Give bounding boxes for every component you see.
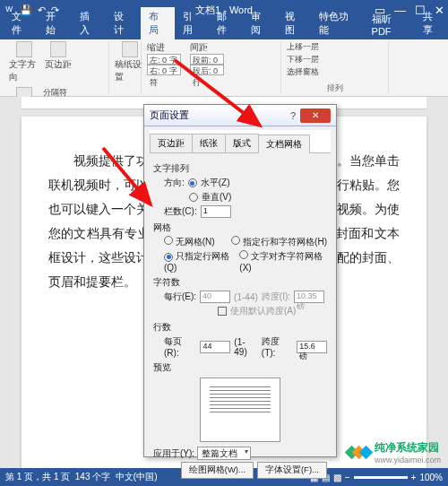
section-text-direction: 文字排列 xyxy=(153,162,327,175)
indent-right-input[interactable]: 右: 0 字符 xyxy=(147,65,181,75)
dialog-title: 页面设置 xyxy=(150,108,286,122)
send-backward-button[interactable]: 下移一层 xyxy=(287,54,319,65)
section-lines: 行数 xyxy=(153,321,327,334)
ribbon-tabs: 文件 开始 插入 设计 布局 引用 邮件 审阅 视图 特色功能 福昕PDF 共享 xyxy=(0,20,448,39)
selection-pane-button[interactable]: 选择窗格 xyxy=(287,66,319,78)
watermark: 纯净系统家园 www.yidaimei.com xyxy=(349,440,441,464)
manuscript-button[interactable]: 稿纸设置 xyxy=(115,41,145,83)
radio-chars-lines[interactable] xyxy=(231,236,240,245)
share-button[interactable]: 共享 xyxy=(416,7,448,39)
group-arrange-label: 排列 xyxy=(287,82,383,94)
status-word-count[interactable]: 143 个字 xyxy=(75,471,110,483)
section-chars: 字符数 xyxy=(153,276,327,289)
radio-no-grid[interactable] xyxy=(164,236,173,245)
columns-label: 栏数(C): xyxy=(164,205,197,218)
tab-pdf[interactable]: 福昕PDF xyxy=(364,10,416,39)
dialog-tab-grid[interactable]: 文档网格 xyxy=(258,135,310,153)
columns-input[interactable]: 1 xyxy=(201,205,231,218)
indent-left-input[interactable]: 左: 0 字符 xyxy=(147,54,181,65)
bring-forward-button[interactable]: 上移一层 xyxy=(287,41,319,53)
chars-per-line-label: 每行(E): xyxy=(164,291,196,303)
status-page[interactable]: 第 1 页，共 1 页 xyxy=(5,471,70,483)
preview-box xyxy=(200,378,280,442)
checkbox-default-pitch xyxy=(218,307,227,316)
tab-insert[interactable]: 插入 xyxy=(72,7,106,39)
spacing-before-input[interactable]: 段前: 0 行 xyxy=(190,54,224,65)
tab-special[interactable]: 特色功能 xyxy=(311,7,363,39)
radio-horizontal-label: 水平(Z) xyxy=(201,177,230,189)
zoom-slider[interactable] xyxy=(354,476,408,479)
spacing-after-input[interactable]: 段后: 0 行 xyxy=(190,65,224,75)
ribbon: 文字方向 页边距 纸张方向 分隔符 行号 断字 页面设置 稿纸设置 缩进 左: … xyxy=(0,39,448,97)
watermark-brand: 纯净系统家园 xyxy=(375,441,439,454)
checkbox-default-pitch-label: 使用默认跨度(A) xyxy=(230,305,296,317)
section-preview: 预览 xyxy=(153,361,327,374)
dialog-body: 文字排列 方向: 水平(Z) 垂直(V) 栏数(C): 1 网格 无网格(N) … xyxy=(144,153,336,486)
zoom-in-icon[interactable]: + xyxy=(411,473,417,482)
dialog-close-icon[interactable]: ✕ xyxy=(300,108,331,123)
apply-to-label: 应用于(Y): xyxy=(153,448,194,458)
page-setup-dialog: 页面设置 ? ✕ 页边距 纸张 版式 文档网格 文字排列 方向: 水平(Z) 垂… xyxy=(143,104,337,457)
char-pitch-input: 10.35 磅 xyxy=(294,291,324,303)
char-pitch-label: 跨度(I): xyxy=(262,291,290,303)
section-grid: 网格 xyxy=(153,221,327,234)
document-title: 文档1 - Word xyxy=(195,4,253,17)
lines-per-page-label: 每页(R): xyxy=(164,335,196,358)
radio-align-chars[interactable] xyxy=(239,250,248,259)
dialog-tab-layout[interactable]: 版式 xyxy=(225,134,259,152)
dialog-tabs: 页边距 纸张 版式 文档网格 xyxy=(150,130,331,153)
apply-to-select[interactable]: 整篇文档 xyxy=(197,447,251,460)
radio-horizontal[interactable] xyxy=(188,178,197,187)
line-pitch-label: 跨度(T): xyxy=(262,335,293,358)
tab-home[interactable]: 开始 xyxy=(38,7,72,39)
watermark-icon xyxy=(349,447,371,457)
direction-label: 方向: xyxy=(164,177,185,189)
tab-file[interactable]: 文件 xyxy=(4,7,38,39)
radio-vertical-label: 垂直(V) xyxy=(202,191,231,204)
zoom-out-icon[interactable]: − xyxy=(345,473,350,482)
lines-per-page-input[interactable]: 44 xyxy=(200,341,230,353)
dialog-tab-paper[interactable]: 纸张 xyxy=(192,134,226,152)
radio-vertical[interactable] xyxy=(189,193,198,202)
radio-lines-only[interactable] xyxy=(164,253,173,262)
chars-range: (1-44) xyxy=(234,292,258,302)
dialog-tab-margins[interactable]: 页边距 xyxy=(150,134,193,152)
dialog-titlebar[interactable]: 页面设置 ? ✕ xyxy=(144,105,336,126)
font-settings-button[interactable]: 字体设置(F)... xyxy=(257,462,327,479)
zoom-level[interactable]: 100% xyxy=(419,473,443,482)
draw-grid-button[interactable]: 绘图网格(W)... xyxy=(181,462,254,479)
margins-button[interactable]: 页边距 xyxy=(43,41,73,71)
tab-view[interactable]: 视图 xyxy=(277,7,311,39)
tab-design[interactable]: 设计 xyxy=(106,7,140,39)
line-pitch-input[interactable]: 15.6 磅 xyxy=(297,341,327,353)
lines-range: (1-49) xyxy=(234,337,258,357)
indent-heading: 缩进 xyxy=(147,41,181,54)
dialog-help-icon[interactable]: ? xyxy=(286,110,300,121)
spacing-heading: 间距 xyxy=(190,41,224,54)
tab-layout[interactable]: 布局 xyxy=(141,7,175,39)
chars-per-line-input: 40 xyxy=(200,291,230,303)
watermark-url: www.yidaimei.com xyxy=(375,456,441,464)
text-direction-button[interactable]: 文字方向 xyxy=(9,41,39,83)
